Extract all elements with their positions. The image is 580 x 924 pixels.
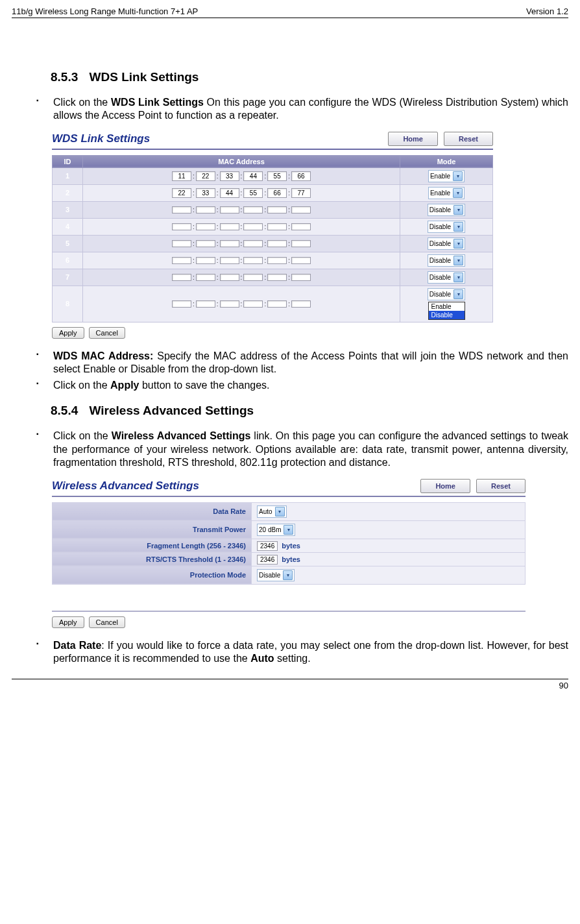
mac-octet-input[interactable]: [243, 223, 263, 230]
mac-octet-input[interactable]: [220, 223, 239, 230]
reset-button[interactable]: Reset: [476, 479, 526, 493]
row-id: 6: [53, 252, 83, 269]
mac-octet-input[interactable]: [243, 257, 263, 264]
mac-octet-input[interactable]: [196, 257, 215, 264]
mac-octet-input[interactable]: 44: [243, 171, 263, 181]
cancel-button[interactable]: Cancel: [89, 327, 125, 339]
section-number: 8.5.3: [51, 70, 78, 84]
table-row: 222:33:44:55:66:77Enable▾: [53, 184, 493, 201]
setting-input[interactable]: 2346: [257, 541, 278, 551]
mac-octet-input[interactable]: 77: [291, 188, 311, 198]
mac-separator: :: [264, 173, 266, 180]
section-number: 8.5.4: [51, 404, 78, 417]
apply-button[interactable]: Apply: [52, 616, 84, 628]
mac-octet-input[interactable]: [172, 240, 191, 247]
bullet-item: Data Rate: If you would like to force a …: [36, 639, 568, 666]
mac-separator: :: [217, 274, 219, 281]
mode-dropdown-list[interactable]: EnableDisable: [428, 302, 465, 320]
mode-select[interactable]: Disable▾: [428, 288, 465, 300]
mac-octet-input[interactable]: 11: [172, 171, 191, 181]
mac-octet-input[interactable]: [220, 300, 239, 308]
mode-select[interactable]: Disable▾: [428, 204, 465, 216]
home-button[interactable]: Home: [388, 132, 438, 146]
mode-select[interactable]: Disable▾: [428, 221, 465, 233]
mac-octet-input[interactable]: 33: [220, 171, 239, 181]
mac-octet-input[interactable]: [291, 257, 311, 264]
mac-octet-input[interactable]: [267, 206, 287, 213]
mac-separator: :: [217, 300, 219, 308]
home-button[interactable]: Home: [420, 479, 470, 493]
mac-octet-input[interactable]: [243, 240, 263, 247]
setting-input[interactable]: 2346: [257, 555, 278, 565]
mac-octet-input[interactable]: [196, 274, 215, 281]
mac-octet-input[interactable]: [172, 223, 191, 230]
mac-separator: :: [193, 173, 195, 180]
mac-octet-input[interactable]: 22: [196, 171, 215, 181]
chevron-down-icon: ▾: [283, 570, 293, 580]
mac-octet-input[interactable]: [220, 206, 239, 213]
setting-select[interactable]: Auto▾: [257, 505, 287, 518]
mac-octet-input[interactable]: [267, 223, 287, 230]
mac-octet-input[interactable]: 66: [291, 171, 311, 181]
mode-cell: Disable▾: [400, 218, 493, 235]
mac-separator: :: [264, 240, 266, 247]
mac-octet-input[interactable]: 66: [267, 188, 287, 198]
mac-octet-input[interactable]: [243, 274, 263, 281]
table-row: RTS/CTS Threshold (1 - 2346)2346bytes: [53, 552, 526, 566]
mac-octet-input[interactable]: 22: [172, 188, 191, 198]
mac-octet-input[interactable]: 33: [196, 188, 215, 198]
mac-octet-input[interactable]: [172, 206, 191, 213]
mac-octet-input[interactable]: [220, 257, 239, 264]
mac-octet-input[interactable]: [172, 257, 191, 264]
setting-select[interactable]: Disable▾: [257, 569, 295, 581]
mac-octet-input[interactable]: [220, 274, 239, 281]
mode-select[interactable]: Disable▾: [428, 254, 465, 267]
reset-button[interactable]: Reset: [444, 132, 493, 146]
mac-separator: :: [217, 240, 219, 247]
mac-octet-input[interactable]: 44: [220, 188, 239, 198]
mac-separator: :: [264, 189, 266, 197]
mac-cell: :::::: [83, 201, 400, 218]
mac-octet-input[interactable]: [196, 223, 215, 230]
mac-octet-input[interactable]: [291, 300, 311, 308]
mac-octet-input[interactable]: [196, 240, 215, 247]
mac-octet-input[interactable]: [291, 240, 311, 247]
mac-separator: :: [288, 189, 290, 197]
mac-octet-input[interactable]: [267, 274, 287, 281]
mac-octet-input[interactable]: [291, 274, 311, 281]
chevron-down-icon: ▾: [453, 239, 463, 249]
table-row: 8:::::Disable▾EnableDisable: [53, 286, 493, 322]
mac-octet-input[interactable]: [196, 206, 215, 213]
mac-separator: :: [264, 257, 266, 264]
mac-octet-input[interactable]: 55: [243, 188, 263, 198]
mac-octet-input[interactable]: [172, 300, 191, 308]
mode-select[interactable]: Enable▾: [428, 170, 465, 182]
dropdown-option[interactable]: Enable: [429, 302, 465, 311]
chevron-down-icon: ▾: [453, 289, 463, 299]
mac-octet-input[interactable]: [267, 240, 287, 247]
mode-select[interactable]: Enable▾: [428, 187, 465, 199]
mac-octet-input[interactable]: [196, 300, 215, 308]
apply-button[interactable]: Apply: [52, 327, 84, 339]
mac-octet-input[interactable]: [267, 300, 287, 308]
mac-separator: :: [288, 300, 290, 308]
mode-select[interactable]: Disable▾: [428, 237, 465, 250]
setting-label: Protection Mode: [53, 566, 252, 584]
cancel-button[interactable]: Cancel: [89, 616, 125, 628]
bullet-list-1: Click on the WDS Link Settings On this p…: [12, 96, 568, 123]
mac-separator: :: [193, 300, 195, 308]
mac-octet-input[interactable]: [291, 206, 311, 213]
mac-separator: :: [217, 173, 219, 180]
mac-octet-input[interactable]: 55: [267, 171, 287, 181]
mode-select[interactable]: Disable▾: [428, 271, 465, 284]
mac-octet-input[interactable]: [291, 223, 311, 230]
dropdown-option[interactable]: Disable: [429, 311, 465, 319]
mac-separator: :: [241, 173, 243, 180]
mac-octet-input[interactable]: [220, 240, 239, 247]
mac-octet-input[interactable]: [243, 300, 263, 308]
setting-select[interactable]: 20 dBm▾: [257, 524, 295, 536]
chevron-down-icon: ▾: [284, 525, 293, 535]
mac-octet-input[interactable]: [243, 206, 263, 213]
mac-octet-input[interactable]: [172, 274, 191, 281]
mac-octet-input[interactable]: [267, 257, 287, 264]
